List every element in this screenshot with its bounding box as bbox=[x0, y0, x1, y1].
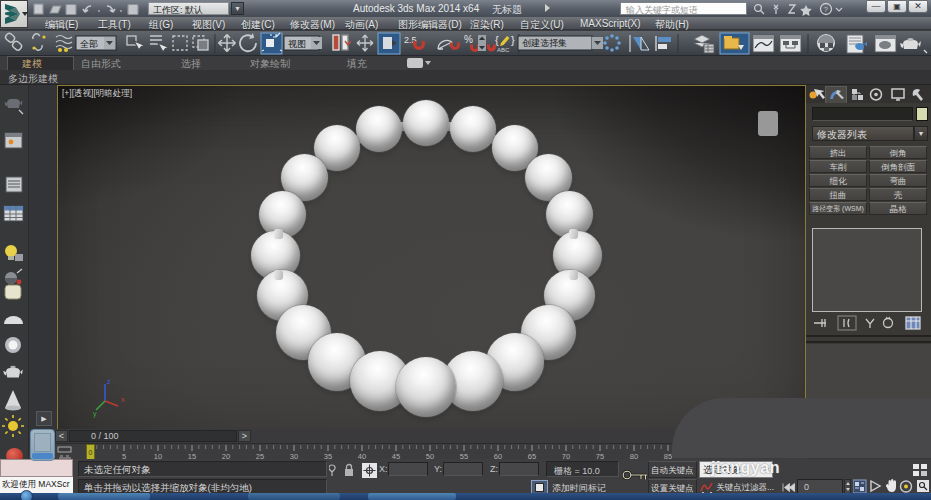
svg-text:全部: 全部 bbox=[80, 39, 98, 49]
svg-text:视图: 视图 bbox=[288, 39, 306, 49]
svg-text:}: } bbox=[511, 34, 515, 46]
svg-text:x: x bbox=[121, 396, 125, 403]
svg-text:z: z bbox=[107, 378, 111, 385]
svg-text:创建选择集: 创建选择集 bbox=[522, 38, 567, 48]
svg-text:y: y bbox=[93, 410, 97, 418]
svg-text:?: ? bbox=[824, 5, 829, 14]
svg-text:ABC: ABC bbox=[497, 47, 510, 53]
svg-text:%: % bbox=[464, 34, 473, 45]
svg-text:{: { bbox=[495, 34, 499, 46]
